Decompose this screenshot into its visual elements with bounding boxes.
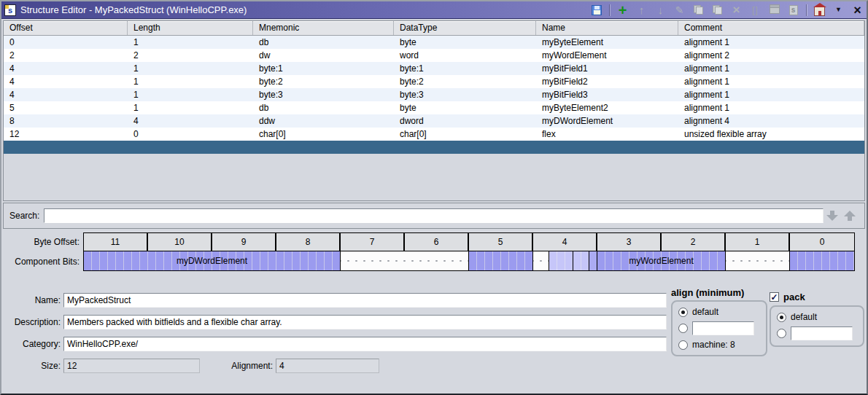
arrow-down-icon <box>826 211 838 221</box>
category-field[interactable] <box>63 337 667 351</box>
search-input[interactable] <box>44 208 824 223</box>
cell-mnemonic: byte:3 <box>253 90 394 100</box>
edit-icon[interactable] <box>673 4 686 16</box>
column-header-length[interactable]: Length <box>128 21 253 35</box>
window-title: Structure Editor - MyPackedStruct (WinHe… <box>20 4 590 15</box>
radio-button[interactable] <box>678 340 688 350</box>
column-header-comment[interactable]: Comment <box>678 21 864 35</box>
radio-label: default <box>692 307 718 317</box>
table-body: 01dbbytemyByteElementalignment 122dwword… <box>4 36 864 154</box>
byte-offset-cell: 7 <box>341 233 405 251</box>
size-label: Size: <box>1 361 63 371</box>
pack-header: pack <box>770 292 864 302</box>
table-row[interactable]: 22dwwordmyWordElementalignment 2 <box>4 49 864 62</box>
pages-icon <box>694 5 703 15</box>
bit-segment[interactable] <box>549 251 573 270</box>
table-row[interactable]: 41byte:3byte:3myBitField3alignment 1 <box>4 88 864 101</box>
column-header-datatype[interactable]: DataType <box>394 21 536 35</box>
align-value-input[interactable] <box>692 321 754 335</box>
cell-length: 1 <box>128 63 253 74</box>
category-label: Category: <box>1 339 63 349</box>
cell-mnemonic: db <box>253 103 394 113</box>
save-icon[interactable] <box>590 4 602 16</box>
bit-segment[interactable] <box>726 251 790 270</box>
radio-label: default <box>791 312 817 322</box>
name-field[interactable] <box>63 293 667 308</box>
editor-panel: Byte Offset: 11109876543210 Component Bi… <box>1 229 867 395</box>
bit-view: Byte Offset: 11109876543210 Component Bi… <box>1 229 867 271</box>
column-header-name[interactable]: Name <box>536 21 678 35</box>
arrow-up-icon <box>844 211 856 221</box>
cell-offset: 12 <box>4 129 128 139</box>
byte-offset-cell: 5 <box>469 233 533 251</box>
pack-checkbox[interactable] <box>770 292 779 302</box>
bit-segment[interactable] <box>790 251 854 270</box>
cell-datatype: byte <box>394 103 536 113</box>
cell-length: 1 <box>128 77 253 87</box>
cell-comment: alignment 4 <box>678 116 864 126</box>
components-table: OffsetLengthMnemonicDataTypeNameComment … <box>3 20 865 201</box>
cell-name: myBitField2 <box>536 77 678 87</box>
cell-comment: alignment 2 <box>678 50 864 60</box>
structure-editor-icon: s <box>4 4 16 16</box>
bit-segment[interactable] <box>589 251 597 270</box>
component-bit-segments: myDWordElementmyWordElement <box>83 251 855 271</box>
duplicate-multiple-icon[interactable] <box>711 4 724 16</box>
cell-datatype: word <box>394 50 536 60</box>
radio-button[interactable] <box>678 324 688 333</box>
pack-title: pack <box>783 292 805 302</box>
cell-comment: alignment 1 <box>678 37 864 47</box>
size-row: Size: Alignment: <box>1 359 867 373</box>
move-down-icon[interactable] <box>654 4 667 16</box>
bit-segment[interactable] <box>341 251 469 270</box>
selected-empty-row[interactable] <box>4 141 864 154</box>
pack-options: default <box>770 305 864 347</box>
radio-label: machine: 8 <box>692 340 735 350</box>
byte-offset-cell: 6 <box>405 233 469 251</box>
edit-component-icon[interactable]: s <box>787 4 799 16</box>
table-row[interactable]: 01dbbytemyByteElementalignment 1 <box>4 36 864 49</box>
table-row[interactable]: 120char[0]char[0]flexunsized flexible ar… <box>4 128 864 141</box>
duplicate-icon[interactable] <box>692 4 705 16</box>
cell-comment: alignment 1 <box>678 103 864 113</box>
close-icon[interactable] <box>851 4 864 16</box>
toolbar-separator <box>609 4 610 16</box>
table-row[interactable]: 41byte:2byte:2myBitField2alignment 1 <box>4 75 864 88</box>
bit-segment[interactable] <box>469 251 533 270</box>
cell-length: 2 <box>128 50 253 60</box>
bit-segment[interactable]: myWordElement <box>597 251 726 270</box>
search-label: Search: <box>9 211 39 221</box>
byte-offset-label: Byte Offset: <box>1 232 83 251</box>
cell-length: 0 <box>128 129 253 139</box>
column-header-offset[interactable]: Offset <box>4 21 128 35</box>
table-row[interactable]: 51dbbytemyByteElement2alignment 1 <box>4 101 864 114</box>
table-row[interactable]: 41byte:1byte:1myBitField1alignment 1 <box>4 62 864 75</box>
cell-mnemonic: dw <box>253 50 394 60</box>
create-array-icon[interactable] <box>749 4 762 16</box>
chevron-down-icon[interactable] <box>832 4 845 16</box>
bit-segment[interactable] <box>533 251 549 270</box>
description-field[interactable] <box>63 315 667 329</box>
column-header-mnemonic[interactable]: Mnemonic <box>253 21 394 35</box>
radio-button[interactable] <box>777 329 786 338</box>
bit-segment[interactable] <box>573 251 589 270</box>
byte-offset-cell: 8 <box>276 233 341 251</box>
bit-segment[interactable]: myDWordElement <box>84 251 341 270</box>
table-row[interactable]: 84ddwdwordmyDWordElementalignment 4 <box>4 114 864 128</box>
pack-value-input[interactable] <box>791 326 853 340</box>
search-previous-button[interactable] <box>841 208 859 224</box>
radio-button[interactable] <box>678 308 688 317</box>
unpackage-icon[interactable] <box>768 4 780 16</box>
cell-name: myWordElement <box>536 50 678 60</box>
cell-datatype: char[0] <box>394 129 536 139</box>
move-up-icon[interactable] <box>635 4 648 16</box>
cell-datatype: dword <box>394 116 536 126</box>
align-minimum-title: align (minimum) <box>671 287 767 298</box>
home-icon[interactable] <box>813 4 826 16</box>
house-icon <box>814 7 825 16</box>
radio-button[interactable] <box>777 313 786 322</box>
byte-offset-cell: 4 <box>533 233 597 251</box>
delete-icon[interactable] <box>730 4 743 16</box>
add-icon[interactable] <box>616 4 629 16</box>
search-next-button[interactable] <box>824 208 841 224</box>
